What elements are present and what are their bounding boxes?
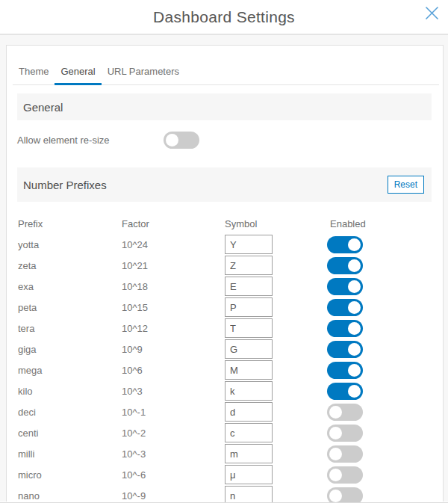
column-header-enabled: Enabled [327,218,432,229]
enabled-toggle[interactable] [327,362,363,379]
enabled-cell [327,487,432,503]
factor-cell: 10^24 [122,239,225,250]
prefix-cell: deci [18,407,122,418]
prefix-table-header: Prefix Factor Symbol Enabled [18,213,432,234]
prefix-table-row: mega10^6 [18,359,432,380]
toggle-knob [329,427,342,439]
symbol-input[interactable] [225,381,273,401]
symbol-cell [225,360,327,380]
tab-bar: Theme General URL Parameters [13,46,439,85]
toggle-knob [329,406,342,419]
symbol-cell [225,297,327,317]
prefix-cell: milli [18,448,122,460]
symbol-cell [225,465,327,484]
factor-cell: 10^-9 [122,490,225,502]
prefix-cell: nano [18,490,122,502]
symbol-cell [225,402,327,422]
enabled-cell [327,466,432,484]
enabled-cell [327,341,432,358]
symbol-input[interactable] [225,486,273,503]
tab-theme[interactable]: Theme [13,66,55,84]
factor-cell: 10^-6 [122,469,225,481]
prefix-cell: centi [18,428,122,439]
factor-cell: 10^21 [122,260,225,271]
enabled-toggle[interactable] [327,257,363,274]
tab-general[interactable]: General [55,66,101,85]
symbol-input[interactable] [225,256,273,275]
factor-cell: 10^6 [122,365,225,376]
dialog-title: Dashboard Settings [0,0,448,34]
factor-cell: 10^-2 [122,428,225,439]
prefix-table-row: exa10^18 [18,276,432,297]
enabled-toggle[interactable] [327,487,363,503]
factor-cell: 10^-1 [122,407,225,418]
enabled-cell [327,278,432,295]
prefix-cell: zeta [18,260,122,271]
column-header-symbol: Symbol [225,218,327,229]
factor-cell: 10^12 [122,323,225,334]
enabled-toggle[interactable] [327,278,363,295]
reset-button[interactable]: Reset [388,176,424,194]
toggle-knob [348,238,361,251]
symbol-input[interactable] [225,339,273,359]
prefix-cell: mega [18,365,122,376]
prefix-cell: tera [18,323,122,334]
enabled-toggle[interactable] [327,445,363,463]
enabled-cell [327,299,432,316]
prefix-table-row: kilo10^3 [18,380,432,401]
enabled-toggle[interactable] [327,383,363,400]
prefix-table-row: yotta10^24 [18,234,432,255]
close-button[interactable] [423,5,441,23]
symbol-cell [225,444,327,463]
toggle-knob [329,469,342,481]
allow-resize-toggle[interactable] [164,132,199,149]
toggle-knob [348,280,361,293]
symbol-input[interactable] [225,277,273,296]
number-prefixes-section-header: Number Prefixes Reset [17,167,432,202]
prefix-table: Prefix Factor Symbol Enabled yotta10^24z… [18,213,432,503]
symbol-input[interactable] [225,297,273,317]
tab-url-parameters[interactable]: URL Parameters [102,66,185,84]
enabled-toggle[interactable] [327,341,363,358]
symbol-input[interactable] [225,402,273,422]
enabled-cell [327,383,432,400]
symbol-input[interactable] [225,318,273,338]
toggle-knob [348,343,361,356]
prefix-table-row: centi10^-2 [18,422,432,443]
prefix-cell: giga [18,344,122,355]
toggle-knob [329,448,342,460]
allow-resize-label: Allow element re-size [17,135,164,146]
general-section-title: General [23,101,63,114]
prefix-table-row: deci10^-1 [18,401,432,422]
column-header-factor: Factor [122,218,225,229]
enabled-toggle[interactable] [327,425,363,442]
allow-resize-row: Allow element re-size [17,120,432,159]
enabled-toggle[interactable] [327,404,363,421]
prefix-cell: peta [18,302,122,313]
enabled-toggle[interactable] [327,466,363,484]
symbol-cell [225,277,327,296]
enabled-toggle[interactable] [327,236,363,253]
settings-panel: Theme General URL Parameters General All… [6,45,444,502]
prefix-table-body: yotta10^24zeta10^21exa10^18peta10^15tera… [18,234,432,503]
enabled-toggle[interactable] [327,299,363,316]
symbol-cell [225,256,327,275]
symbol-input[interactable] [225,235,273,254]
dashboard-settings-dialog: { "dialog": { "title": "Dashboard Settin… [0,0,448,503]
prefix-table-row: micro10^-6 [18,464,432,485]
symbol-input[interactable] [225,444,273,463]
enabled-toggle[interactable] [327,320,363,337]
symbol-input[interactable] [225,360,273,380]
symbol-cell [225,381,327,401]
symbol-cell [225,486,327,503]
toggle-knob [348,301,361,314]
enabled-cell [327,445,432,463]
toggle-knob [166,134,178,146]
symbol-input[interactable] [225,465,273,484]
factor-cell: 10^-3 [122,448,225,460]
prefix-cell: kilo [18,386,122,397]
enabled-cell [327,425,432,442]
prefix-table-row: peta10^15 [18,297,432,318]
general-section-header: General [17,93,432,120]
symbol-input[interactable] [225,423,273,442]
